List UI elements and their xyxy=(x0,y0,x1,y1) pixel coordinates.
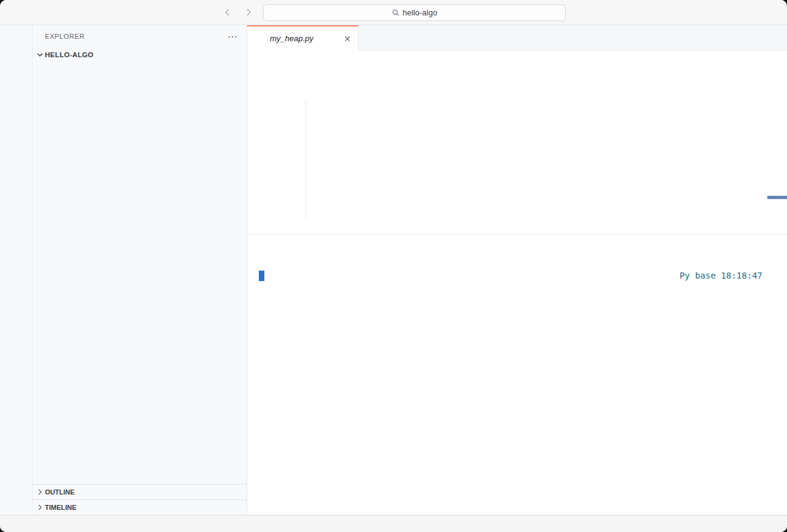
explorer-more-actions-icon[interactable]: ⋯ xyxy=(227,31,238,42)
tab-label: my_heap.py xyxy=(270,34,314,43)
panel-tab-bar xyxy=(247,234,787,257)
tab-my-heap-py[interactable]: my_heap.py xyxy=(247,25,358,50)
chevron-right-icon xyxy=(35,502,45,512)
terminal-right-status: Py base 18:18:47 xyxy=(679,271,762,280)
status-bar xyxy=(0,515,787,532)
terminal-cursor xyxy=(259,271,264,281)
timeline-section[interactable]: TIMELINE xyxy=(33,499,247,515)
title-bar: hello-algo xyxy=(0,0,787,25)
explorer-sidebar: EXPLORER ⋯ HELLO-ALGO OUTLINE TIMELINE xyxy=(33,25,247,515)
search-text: hello-algo xyxy=(403,8,437,17)
bottom-panel: Py base 18:18:47 xyxy=(247,234,787,515)
close-window-button[interactable] xyxy=(11,9,18,16)
search-icon xyxy=(392,9,400,17)
explorer-title: EXPLORER xyxy=(45,33,85,40)
python-file-icon xyxy=(256,34,266,44)
activity-bar xyxy=(0,25,33,515)
overview-ruler-cursor xyxy=(767,196,787,199)
minimap[interactable] xyxy=(737,67,769,234)
outline-label: OUTLINE xyxy=(45,488,74,496)
vscode-window: hello-algo EXPLORER ⋯ HELLO-ALGO OUTLINE xyxy=(0,0,787,532)
code-editor[interactable] xyxy=(247,67,787,234)
back-icon[interactable] xyxy=(223,7,232,17)
outline-section[interactable]: OUTLINE xyxy=(33,484,247,499)
forward-icon[interactable] xyxy=(243,7,253,17)
minimize-window-button[interactable] xyxy=(23,9,31,16)
terminal[interactable]: Py base 18:18:47 xyxy=(247,257,787,515)
chevron-right-icon xyxy=(35,487,45,497)
editor-tab-bar: my_heap.py xyxy=(247,25,787,50)
traffic-lights xyxy=(11,9,43,16)
workspace-section-header[interactable]: HELLO-ALGO xyxy=(33,47,247,62)
close-tab-icon[interactable] xyxy=(343,34,352,43)
timeline-label: TIMELINE xyxy=(45,504,76,511)
zoom-window-button[interactable] xyxy=(36,9,43,16)
chevron-down-icon xyxy=(35,50,45,60)
workspace-name: HELLO-ALGO xyxy=(45,51,93,58)
indent-guide xyxy=(306,99,306,220)
breadcrumb xyxy=(247,50,787,67)
command-center-search[interactable]: hello-algo xyxy=(263,4,566,21)
